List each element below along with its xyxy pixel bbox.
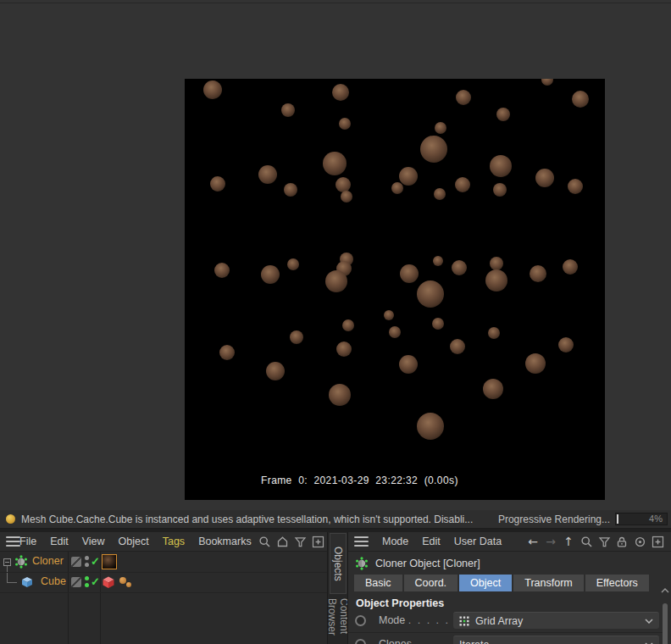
tree-row-cube[interactable]: Cube ✓ — [0, 572, 327, 593]
clone-sphere — [434, 188, 446, 200]
clone-sphere — [391, 182, 403, 194]
clone-sphere — [261, 265, 280, 284]
menu-view[interactable]: View — [75, 536, 112, 547]
menu-tags[interactable]: Tags — [156, 536, 191, 547]
mode-value: Grid Array — [475, 615, 523, 627]
tab-effectors[interactable]: Effectors — [585, 575, 649, 591]
material-tag-thumbnail[interactable] — [102, 554, 117, 569]
menu-object[interactable]: Object — [112, 536, 156, 547]
attribute-manager-panel: Mode Edit User Data ← → ↑ — [347, 532, 671, 644]
grid-array-icon — [459, 616, 469, 626]
back-arrow-icon[interactable]: ← — [526, 535, 540, 548]
clones-dropdown[interactable]: Iterate — [453, 636, 659, 644]
tab-basic[interactable]: Basic — [354, 575, 402, 591]
clone-sphere — [432, 318, 444, 330]
clone-sphere — [455, 177, 470, 192]
editor-visibility-dot[interactable] — [85, 576, 89, 580]
attribute-tabs: Basic Coord. Object Transform Effectors — [354, 575, 649, 591]
clone-sphere — [450, 339, 465, 354]
clone-sphere — [490, 257, 503, 270]
enable-checkmark-icon[interactable]: ✓ — [91, 575, 100, 588]
menu-mode[interactable]: Mode — [375, 536, 415, 547]
clone-sphere — [535, 169, 554, 187]
add-panel-icon[interactable] — [651, 535, 664, 548]
menu-edit[interactable]: Edit — [415, 536, 447, 547]
filter-icon[interactable] — [597, 535, 611, 548]
up-arrow-icon[interactable]: ↑ — [562, 535, 575, 548]
render-view[interactable]: Frame 0: 2021-03-29 23:22:32 (0.00s) — [185, 79, 605, 500]
clone-sphere — [258, 165, 277, 184]
object-manager-panel: File Edit View Object Tags Bookmarks — [0, 532, 327, 644]
chevron-down-icon — [645, 619, 653, 624]
object-name[interactable]: Cloner — [32, 555, 64, 567]
clone-sphere — [572, 91, 589, 108]
status-warning-icon — [6, 514, 15, 524]
progress-percent: 4% — [649, 514, 663, 525]
clone-sphere — [332, 84, 349, 101]
lock-icon[interactable] — [615, 535, 629, 548]
cube-object-icon — [20, 575, 34, 589]
scrollbar-thumb[interactable] — [663, 603, 668, 644]
clone-sphere — [384, 310, 394, 320]
clones-value: Iterate — [459, 639, 489, 644]
texture-tag-icon[interactable] — [119, 577, 126, 584]
property-row-clones: Clones . . . . . . . . Iterate — [348, 636, 671, 644]
clone-sphere — [339, 118, 351, 130]
render-visibility-dot[interactable] — [85, 583, 89, 587]
clone-sphere — [400, 264, 419, 283]
menu-edit[interactable]: Edit — [43, 536, 75, 547]
menu-user-data[interactable]: User Data — [447, 536, 508, 547]
layer-toggle-icon[interactable] — [71, 557, 81, 567]
tree-row-cloner[interactable]: Cloner ✓ — [0, 552, 327, 573]
clone-sphere — [399, 355, 418, 374]
tab-object[interactable]: Object — [459, 575, 512, 591]
clone-sphere — [456, 90, 471, 105]
render-visibility-dot[interactable] — [85, 563, 89, 567]
enable-checkmark-icon[interactable]: ✓ — [91, 555, 100, 568]
clone-sphere — [341, 191, 352, 203]
texture-tag-icon[interactable] — [126, 582, 131, 587]
red-material-tag-icon[interactable] — [102, 575, 115, 589]
tab-transform[interactable]: Transform — [513, 575, 584, 591]
clone-sphere — [336, 177, 351, 192]
clone-sphere — [281, 103, 295, 117]
collapse-toggle-icon[interactable] — [3, 558, 11, 566]
clone-sphere — [417, 413, 444, 440]
scroll-up-icon[interactable] — [661, 588, 669, 593]
search-icon[interactable] — [258, 535, 272, 548]
clone-sphere — [336, 341, 352, 357]
clone-sphere — [214, 263, 230, 278]
tab-objects[interactable]: Objects — [330, 533, 347, 594]
cloner-object-icon — [14, 555, 28, 569]
clone-sphere — [563, 259, 578, 275]
forward-arrow-icon[interactable]: → — [544, 535, 557, 548]
clone-sphere — [399, 167, 418, 186]
object-name[interactable]: Cube — [41, 575, 66, 587]
keyframe-circle-icon[interactable] — [355, 639, 366, 644]
editor-visibility-dot[interactable] — [85, 556, 89, 560]
mode-dropdown[interactable]: Grid Array — [453, 612, 659, 629]
add-panel-icon[interactable] — [312, 535, 325, 548]
focus-target-icon[interactable] — [633, 535, 646, 548]
clone-sphere — [493, 183, 507, 197]
top-divider — [0, 3, 671, 3]
keyframe-circle-icon[interactable] — [355, 615, 366, 626]
clone-sphere — [568, 179, 583, 194]
clone-sphere — [266, 362, 285, 380]
layer-toggle-icon[interactable] — [71, 577, 81, 587]
tab-coord[interactable]: Coord. — [404, 575, 458, 591]
clone-sphere — [496, 108, 510, 121]
search-icon[interactable] — [580, 535, 593, 548]
status-bar: Mesh Cube.Cache.Cube is instanced and us… — [0, 510, 671, 529]
clone-sphere — [323, 152, 347, 175]
property-row-mode: Mode . . . . . . . . Grid Array — [348, 612, 671, 630]
menu-bookmarks[interactable]: Bookmarks — [191, 536, 258, 547]
manager-tabstrip: Objects Content Browser — [327, 532, 347, 644]
cloner-object-icon — [355, 557, 369, 570]
clone-sphere — [420, 136, 447, 163]
home-icon[interactable] — [276, 535, 290, 548]
panel-menu-icon[interactable] — [354, 536, 369, 547]
clone-sphere — [485, 269, 507, 291]
filter-icon[interactable] — [294, 535, 308, 548]
tab-content-browser[interactable]: Content Browser — [330, 598, 347, 644]
